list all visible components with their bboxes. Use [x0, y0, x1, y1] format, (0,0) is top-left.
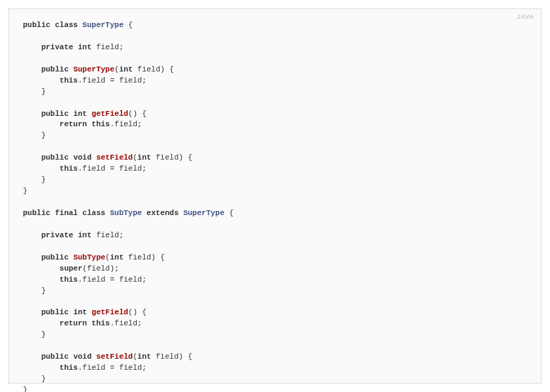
code-block: JAVA public class SuperType { private in… — [8, 8, 542, 384]
code-content: public class SuperType { private int fie… — [23, 20, 527, 392]
language-badge: JAVA — [517, 13, 534, 20]
